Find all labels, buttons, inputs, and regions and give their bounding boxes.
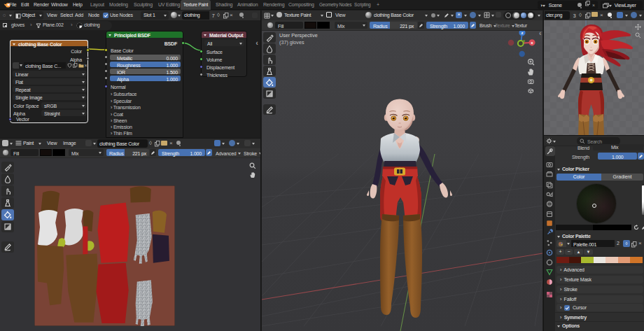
svg-text:User Perspective: User Perspective: [279, 32, 318, 38]
svg-text:‹: ‹: [539, 31, 541, 37]
svg-text:z: z: [522, 31, 524, 35]
svg-text:(37) gloves: (37) gloves: [279, 39, 304, 45]
